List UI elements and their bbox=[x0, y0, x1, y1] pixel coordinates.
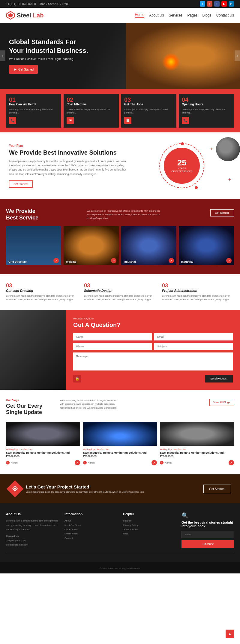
view-all-blogs-button[interactable]: View All Blogs bbox=[209, 399, 234, 406]
feature-title-2: Project Administration bbox=[162, 289, 234, 292]
feature-text-1: Lorem Ipsum has been the industry's stan… bbox=[84, 294, 156, 301]
youtube-icon[interactable]: ▶ bbox=[221, 1, 227, 7]
footer-bottom: © 2024 SteelLab. All Rights Reserved. bbox=[0, 562, 240, 573]
feature-num-2: 03 bbox=[162, 283, 234, 289]
footer-newsletter-form: Subscribe bbox=[182, 531, 234, 548]
plan-dot-1 bbox=[181, 142, 184, 145]
plus-icon-2: + bbox=[228, 177, 231, 182]
hero-next-button[interactable]: › bbox=[235, 50, 240, 61]
info-icon-2: 📋 bbox=[124, 117, 131, 124]
subscribe-button[interactable]: Subscribe bbox=[182, 540, 234, 548]
plan-heading: We Provide Best Innovative Solutions bbox=[9, 149, 127, 156]
blogs-desc: We are serving an impressive list of lon… bbox=[60, 399, 120, 410]
twitter-icon[interactable]: t bbox=[200, 1, 205, 7]
cta-get-started-button[interactable]: Get Started! bbox=[203, 485, 231, 493]
quote-submit-button[interactable]: Send Request bbox=[205, 375, 233, 382]
blog-meta-0: ✓ Admin ↗ bbox=[6, 460, 80, 465]
social-icons: t g f ▶ in bbox=[200, 1, 234, 7]
nav-blogs[interactable]: Blogs bbox=[202, 13, 212, 17]
google-icon[interactable]: g bbox=[207, 1, 212, 7]
service-heading: We Provide Best Service bbox=[6, 208, 38, 221]
phone-number: +1(111) 1000-000-800 bbox=[6, 2, 36, 6]
service-get-started-button[interactable]: Get Started! bbox=[210, 209, 234, 216]
info-text-2: Lorem Ipsum is simply dummy text of the … bbox=[124, 108, 173, 114]
service-link-icon-3[interactable]: ↗ bbox=[226, 258, 232, 263]
hero-get-started-button[interactable]: ➤ Get Started bbox=[9, 65, 38, 74]
feature-1: 03 Schematic Design Lorem Ipsum has been… bbox=[84, 283, 156, 301]
service-link-icon-0[interactable]: ↗ bbox=[53, 258, 59, 263]
logo-steel: Steel bbox=[17, 12, 31, 19]
service-link-icon-2[interactable]: ↗ bbox=[169, 258, 174, 263]
service-card-3: Industrial ↗ bbox=[179, 226, 234, 265]
footer-email-input[interactable] bbox=[182, 531, 234, 538]
blogs-label: Our Blogs bbox=[6, 399, 54, 402]
plan-right: + + 25 YEARSOF EXPERIENCES + bbox=[133, 143, 231, 188]
footer-link-privacy[interactable]: Privacy Policy bbox=[123, 523, 176, 528]
plan-text: Lorem Ipsum is simply dummy text of the … bbox=[9, 159, 127, 177]
footer-link-team[interactable]: Meet Our Team bbox=[64, 523, 117, 528]
nav-pages[interactable]: Pages bbox=[188, 13, 198, 17]
business-hours: Mon - Sat 9:00 - 18:00 bbox=[40, 2, 70, 6]
plan-years: 25 bbox=[177, 159, 187, 167]
quote-email-input[interactable] bbox=[154, 333, 233, 340]
blog-cat-1: Welding,Pipe Line,Gas Line bbox=[83, 448, 157, 450]
info-title-0: How Can We Help? bbox=[9, 103, 58, 106]
footer-link-help[interactable]: Help bbox=[123, 532, 176, 536]
hero-section: Global Standards For Your Industrial Bus… bbox=[0, 23, 240, 89]
quote-name-input[interactable] bbox=[73, 333, 152, 340]
blog-cat-0: Welding,Pipe Line,Gas Line bbox=[6, 448, 80, 450]
blogs-top-left: Our Blogs Get Our Every Single Update bbox=[6, 399, 54, 416]
service-label-2: Industrial bbox=[124, 260, 136, 263]
info-num-1: 02 bbox=[67, 97, 116, 103]
quote-subjects-input[interactable] bbox=[154, 343, 233, 350]
blog-image-fill-1 bbox=[83, 422, 157, 446]
linkedin-icon[interactable]: in bbox=[229, 1, 234, 7]
blog-image-1 bbox=[83, 422, 157, 446]
hero-prev-button[interactable]: ‹ bbox=[0, 50, 5, 61]
plan-image-circle bbox=[216, 137, 240, 161]
nav-home[interactable]: Home bbox=[135, 13, 144, 18]
hero-worker-image bbox=[126, 23, 240, 89]
nav-contact[interactable]: Contact Us bbox=[216, 13, 234, 17]
quote-form-area: Request A Quote Got A Question? 🔒 Send R… bbox=[66, 310, 240, 390]
footer-helpful-col: Helpful Support Privacy Policy Terms Of … bbox=[123, 512, 176, 548]
feature-0: 03 Concept Drawing Lorem Ipsum has been … bbox=[6, 283, 78, 301]
info-box-0: 01 How Can We Help? Lorem Ipsum is simpl… bbox=[6, 94, 61, 128]
nav-services[interactable]: Services bbox=[169, 13, 183, 17]
cta-heading: Let's Get Your Project Started! bbox=[26, 484, 144, 489]
feature-text-0: Lorem Ipsum has been the industry's stan… bbox=[6, 294, 78, 301]
service-image-3 bbox=[179, 226, 234, 265]
feature-title-0: Concept Drawing bbox=[6, 289, 78, 292]
service-card-2: Industrial ↗ bbox=[121, 226, 176, 265]
footer-link-news[interactable]: Latest News bbox=[64, 532, 117, 536]
blog-link-icon-2[interactable]: ↗ bbox=[229, 460, 234, 465]
plan-years-text: YEARSOF EXPERIENCES bbox=[171, 167, 192, 173]
footer-link-portfolio[interactable]: Our Portfolio bbox=[64, 528, 117, 532]
blog-link-icon-1[interactable]: ↗ bbox=[152, 460, 157, 465]
footer-link-about[interactable]: About bbox=[64, 519, 117, 523]
info-num-0: 01 bbox=[9, 97, 58, 103]
quote-row-1 bbox=[73, 333, 233, 340]
hero-content: Global Standards For Your Industrial Bus… bbox=[0, 38, 97, 74]
feature-title-text-1: Schematic Design bbox=[84, 289, 112, 292]
cta-left: Let's Get Your Project Started! Lorem Ip… bbox=[9, 483, 144, 495]
footer-link-contact[interactable]: Contact bbox=[64, 536, 117, 540]
plan-section: Your Plan We Provide Best Innovative Sol… bbox=[0, 132, 240, 199]
footer-top: About Us Lorem Ipsum is simply dummy tex… bbox=[6, 512, 234, 548]
service-card-0: Grid Structure ↗ bbox=[6, 226, 61, 265]
blog-cat-2: Welding,Pipe Line,Gas Line bbox=[160, 448, 234, 450]
cta-subtext: Lorem Ipsum has been the industry's stan… bbox=[26, 491, 144, 493]
header: SteelLab Home About Us Services Pages Bl… bbox=[0, 8, 240, 23]
quote-message-input[interactable] bbox=[73, 352, 233, 370]
nav-about[interactable]: About Us bbox=[149, 13, 164, 17]
footer-link-support[interactable]: Support bbox=[123, 519, 176, 523]
quote-phone-input[interactable] bbox=[73, 343, 152, 350]
blog-card-1: Welding,Pipe Line,Gas Line Steel Industr… bbox=[83, 422, 157, 465]
facebook-icon[interactable]: f bbox=[214, 1, 220, 7]
feature-num-0: 03 bbox=[6, 283, 78, 289]
plan-get-started-button[interactable]: Get Started! bbox=[9, 180, 33, 188]
footer-link-terms[interactable]: Terms Of Use bbox=[123, 528, 176, 532]
blog-link-icon-0[interactable]: ↗ bbox=[75, 460, 80, 465]
service-link-icon-1[interactable]: ↗ bbox=[111, 258, 116, 263]
feature-text-2: Lorem Ipsum has been the industry's stan… bbox=[162, 294, 234, 301]
